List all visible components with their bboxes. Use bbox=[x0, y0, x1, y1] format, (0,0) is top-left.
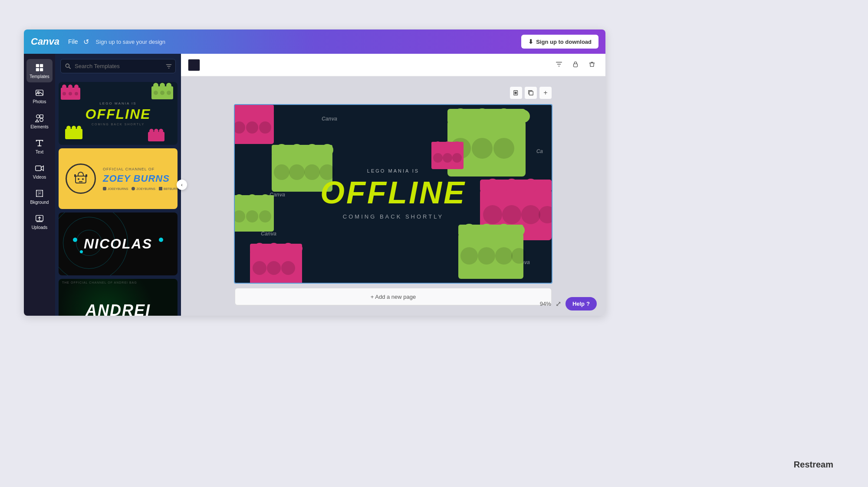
svg-rect-8 bbox=[40, 118, 43, 121]
template-1-text: LEGO MANIA IS OFFLINE COMING BACK SHORTL… bbox=[85, 101, 151, 126]
svg-point-60 bbox=[321, 144, 333, 156]
svg-rect-41 bbox=[132, 187, 135, 190]
svg-point-25 bbox=[160, 91, 164, 95]
svg-point-93 bbox=[486, 179, 500, 193]
add-page-button[interactable]: + Add a new page bbox=[235, 288, 552, 305]
toolbar-actions bbox=[552, 58, 598, 72]
sidebar-item-templates[interactable]: Templates bbox=[26, 59, 53, 82]
search-input[interactable] bbox=[60, 59, 176, 73]
svg-point-11 bbox=[66, 64, 69, 67]
svg-point-18 bbox=[69, 92, 72, 95]
svg-point-68 bbox=[247, 194, 257, 205]
restream-watermark: Restream bbox=[794, 460, 833, 470]
template-2-icon bbox=[66, 163, 96, 194]
svg-point-118 bbox=[452, 153, 462, 163]
videos-icon bbox=[34, 163, 45, 173]
zoom-level: 94% bbox=[540, 301, 551, 307]
sidebar-item-elements[interactable]: Elements bbox=[26, 109, 53, 133]
canvas-top-controls: + bbox=[235, 87, 552, 99]
svg-point-36 bbox=[78, 178, 79, 180]
svg-point-24 bbox=[154, 91, 158, 95]
sidebar-item-text[interactable]: Text bbox=[26, 134, 53, 158]
color-swatch[interactable] bbox=[188, 59, 200, 71]
lego-brick-4 bbox=[248, 239, 304, 283]
svg-point-28 bbox=[66, 126, 71, 130]
template-card-zoey[interactable]: OFFICIAL CHANNEL OF ZOEY BURNS JOEEYBURN… bbox=[59, 148, 178, 209]
svg-rect-40 bbox=[103, 187, 106, 190]
svg-rect-38 bbox=[74, 174, 76, 177]
uploads-label: Uploads bbox=[32, 225, 48, 230]
svg-point-115 bbox=[453, 141, 461, 149]
sidebar-item-photos[interactable]: Photos bbox=[26, 84, 53, 108]
main-content: Templates Photos bbox=[24, 54, 605, 316]
template-3-dot-1 bbox=[73, 238, 77, 242]
panel-toggle-button[interactable]: ‹ bbox=[177, 180, 187, 190]
download-button[interactable]: ⬇ Sign up to download bbox=[521, 35, 598, 49]
sidebar-item-videos[interactable]: Videos bbox=[26, 160, 53, 183]
template-card-nicolas[interactable]: NICOLAS bbox=[59, 212, 178, 275]
svg-point-15 bbox=[68, 85, 72, 89]
file-menu[interactable]: File bbox=[68, 38, 78, 45]
svg-rect-31 bbox=[148, 132, 164, 141]
canvas-area: + Canva Canva Canva Canva Canva Canva Ca bbox=[181, 54, 605, 316]
filter-button[interactable] bbox=[165, 63, 172, 70]
background-label: Bkground bbox=[30, 200, 49, 205]
svg-point-32 bbox=[149, 129, 154, 133]
videos-label: Videos bbox=[33, 175, 46, 180]
templates-panel: LEGO MANIA IS OFFLINE COMING BACK SHORTL… bbox=[55, 54, 181, 316]
uploads-icon bbox=[34, 213, 45, 224]
svg-point-72 bbox=[259, 210, 271, 222]
svg-point-22 bbox=[160, 83, 165, 88]
svg-point-90 bbox=[493, 138, 514, 159]
delete-button[interactable] bbox=[585, 58, 598, 72]
canvas-toolbar bbox=[181, 54, 605, 76]
lock-button[interactable] bbox=[569, 58, 582, 72]
text-icon bbox=[34, 138, 45, 148]
svg-point-84 bbox=[453, 108, 468, 124]
svg-point-94 bbox=[505, 179, 519, 193]
svg-point-33 bbox=[154, 129, 158, 133]
templates-icon bbox=[34, 62, 45, 73]
elements-icon bbox=[34, 113, 45, 123]
filter-toolbar-button[interactable] bbox=[552, 58, 566, 72]
svg-rect-27 bbox=[65, 129, 82, 139]
canvas-add-icon[interactable]: + bbox=[539, 87, 552, 99]
canvas-title: OFFLINE bbox=[320, 177, 466, 208]
svg-point-57 bbox=[276, 144, 288, 156]
canvas-page-icon[interactable] bbox=[510, 87, 522, 99]
svg-point-26 bbox=[167, 91, 171, 95]
sidebar-item-uploads[interactable]: Uploads bbox=[26, 210, 53, 233]
photos-label: Photos bbox=[33, 99, 46, 104]
help-button[interactable]: Help ? bbox=[566, 297, 597, 311]
svg-rect-3 bbox=[40, 68, 43, 71]
svg-point-53 bbox=[246, 121, 258, 134]
svg-point-104 bbox=[480, 224, 493, 237]
template-card-offline[interactable]: LEGO MANIA IS OFFLINE COMING BACK SHORTL… bbox=[59, 82, 178, 145]
svg-rect-7 bbox=[40, 115, 43, 118]
sidebar-item-background[interactable]: Bkground bbox=[26, 185, 53, 208]
svg-point-6 bbox=[36, 115, 39, 118]
svg-point-95 bbox=[524, 179, 538, 193]
elements-label: Elements bbox=[30, 124, 49, 129]
svg-rect-1 bbox=[40, 64, 43, 67]
svg-point-85 bbox=[474, 108, 490, 124]
canva-wm-7: Ca bbox=[536, 148, 543, 154]
svg-point-23 bbox=[166, 83, 171, 88]
template-3-dot-2 bbox=[159, 238, 163, 242]
template-card-andrei[interactable]: THE OFFICIAL CHANNEL OF ANDREI BAG ANDRE… bbox=[59, 279, 178, 316]
svg-point-17 bbox=[62, 92, 66, 95]
svg-point-63 bbox=[304, 164, 320, 180]
download-icon: ⬇ bbox=[528, 38, 533, 45]
canvas-inner: + Canva Canva Canva Canva Canva Canva Ca bbox=[235, 87, 552, 305]
svg-point-71 bbox=[246, 210, 258, 222]
zoom-expand-icon[interactable]: ⤢ bbox=[556, 300, 561, 308]
svg-point-62 bbox=[289, 164, 305, 180]
text-label: Text bbox=[36, 150, 43, 154]
svg-rect-46 bbox=[529, 92, 533, 95]
svg-rect-45 bbox=[515, 92, 517, 94]
svg-point-108 bbox=[478, 247, 495, 265]
canvas-copy-icon[interactable] bbox=[525, 87, 537, 99]
svg-point-113 bbox=[434, 141, 442, 149]
undo-button[interactable]: ↺ bbox=[83, 38, 89, 46]
svg-point-78 bbox=[293, 244, 302, 253]
